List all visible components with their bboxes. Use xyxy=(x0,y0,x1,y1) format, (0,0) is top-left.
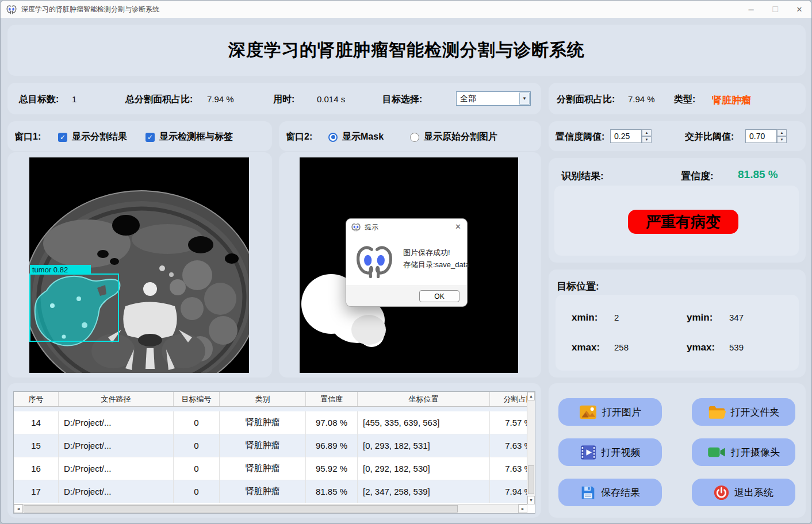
open-image-button[interactable]: 打开图片 xyxy=(558,398,662,426)
dialog-close-icon[interactable]: ✕ xyxy=(455,222,461,231)
table-cell: 81.85 % xyxy=(306,480,358,503)
checkbox-checked-icon xyxy=(145,133,155,142)
dialog-footer: OK xyxy=(346,286,467,306)
table-cell: [2, 347, 258, 539] xyxy=(358,480,490,503)
table-row[interactable]: 16D:/Project/...0肾脏肿瘤95.92 %[0, 292, 182… xyxy=(14,457,535,480)
open-camera-button[interactable]: 打开摄像头 xyxy=(692,438,795,466)
table-cell: 15 xyxy=(14,434,59,457)
result-confidence-label: 置信度: xyxy=(681,169,714,183)
total-targets-label: 总目标数: xyxy=(19,94,59,106)
titlebar: 深度学习的肾脏肿瘤智能检测分割与诊断系统 ─ ☐ ✕ xyxy=(1,1,811,18)
table-header-cell[interactable]: 目标编号 xyxy=(174,392,220,406)
table-cell: 肾脏肿瘤 xyxy=(220,480,306,503)
iou-threshold-spinbox[interactable]: 0.70 xyxy=(745,129,777,143)
spin-down-icon[interactable]: ▼ xyxy=(642,136,652,143)
total-targets-value: 1 xyxy=(72,94,76,104)
open-folder-button[interactable]: 打开文件夹 xyxy=(692,398,795,426)
table-header-cell[interactable]: 类别 xyxy=(220,392,306,406)
window2-controls-panel: 窗口2: 显示Mask 显示原始分割图片 xyxy=(279,121,541,151)
app-window: 深度学习的肾脏肿瘤智能检测分割与诊断系统 ─ ☐ ✕ 深度学习的肾脏肿瘤智能检测… xyxy=(0,0,812,524)
checkbox-checked-icon xyxy=(58,133,67,142)
severity-badge: 严重有病变 xyxy=(628,210,738,234)
target-position-label: 目标位置: xyxy=(557,280,599,293)
vertical-scroll-thumb[interactable] xyxy=(528,465,534,494)
ymax-label: ymax: xyxy=(687,342,715,353)
scroll-down-icon[interactable]: ▼ xyxy=(527,496,535,504)
video-icon xyxy=(580,445,596,460)
ymax-value: 539 xyxy=(729,342,744,352)
recognition-panel: 识别结果: 置信度: 81.85 % 严重有病变 xyxy=(549,158,806,263)
kidney-app-icon xyxy=(351,223,361,232)
scroll-up-icon[interactable]: ▲ xyxy=(527,392,535,400)
chevron-down-icon[interactable]: ▼ xyxy=(519,93,530,105)
table-header-cell[interactable]: 文件路径 xyxy=(59,392,174,406)
table-cell: D:/Project/... xyxy=(59,411,174,434)
exit-system-button[interactable]: 退出系统 xyxy=(692,479,795,506)
table-cell: D:/Project/... xyxy=(59,434,174,457)
scroll-left-icon[interactable]: ◄ xyxy=(14,504,23,513)
scroll-right-icon[interactable]: ► xyxy=(518,504,527,513)
show-original-radio[interactable]: 显示原始分割图片 xyxy=(410,131,497,143)
table-cell: 0 xyxy=(174,457,220,480)
show-mask-label: 显示Mask xyxy=(342,131,384,143)
type-label: 类型: xyxy=(674,94,695,106)
ct-image: tumor 0.82 xyxy=(29,157,249,373)
action-button-label: 退出系统 xyxy=(734,486,773,499)
spin-up-icon[interactable]: ▲ xyxy=(642,129,652,136)
result-label: 识别结果: xyxy=(561,169,604,183)
table-row[interactable]: 14D:/Project/...0肾脏肿瘤97.08 %[455, 335, 6… xyxy=(14,411,535,434)
action-button-label: 打开文件夹 xyxy=(731,406,780,419)
spin-down-icon[interactable]: ▼ xyxy=(777,136,787,143)
ok-button[interactable]: OK xyxy=(419,290,459,302)
table-cell: D:/Project/... xyxy=(59,457,174,480)
confidence-threshold-label: 置信度阈值: xyxy=(556,131,604,143)
table-header-cell[interactable]: 序号 xyxy=(14,392,59,406)
save-icon xyxy=(580,485,596,500)
results-table: 序号文件路径目标编号类别置信度坐标位置分割占比 14D:/Project/...… xyxy=(13,391,535,514)
table-header-row: 序号文件路径目标编号类别置信度坐标位置分割占比 xyxy=(14,392,535,407)
iou-threshold-label: 交并比阈值: xyxy=(685,131,734,143)
target-select-combobox[interactable]: 全部 ▼ xyxy=(456,91,531,106)
type-value: 肾脏肿瘤 xyxy=(712,94,751,107)
table-panel: 序号文件路径目标编号类别置信度坐标位置分割占比 14D:/Project/...… xyxy=(7,383,541,518)
table-header-cell[interactable]: 坐标位置 xyxy=(358,392,490,406)
table-header-cell[interactable]: 置信度 xyxy=(306,392,358,406)
action-buttons-panel: 打开图片打开文件夹打开视频打开摄像头保存结果退出系统 xyxy=(549,383,806,518)
minimize-icon[interactable]: ─ xyxy=(739,1,763,18)
horizontal-scrollbar[interactable]: ◄ ► xyxy=(14,504,527,513)
table-row[interactable]: 15D:/Project/...0肾脏肿瘤96.89 %[0, 293, 182… xyxy=(14,434,535,457)
iou-threshold-stepper[interactable]: ▲▼ xyxy=(777,129,787,143)
segment-stats-panel: 分割面积占比: 7.94 % 类型: 肾脏肿瘤 xyxy=(549,83,806,114)
table-cell: 肾脏肿瘤 xyxy=(220,434,306,457)
confidence-threshold-stepper[interactable]: ▲▼ xyxy=(642,129,652,143)
table-cell: 96.89 % xyxy=(306,434,358,457)
open-video-button[interactable]: 打开视频 xyxy=(558,438,662,466)
show-boxes-checkbox[interactable]: 显示检测框与标签 xyxy=(145,131,233,143)
table-partial-row xyxy=(14,407,535,411)
area-ratio-value: 7.94 % xyxy=(628,94,655,104)
save-results-button[interactable]: 保存结果 xyxy=(558,479,662,506)
window-title: 深度学习的肾脏肿瘤智能检测分割与诊断系统 xyxy=(21,5,159,14)
ymin-label: ymin: xyxy=(687,312,713,323)
show-mask-radio[interactable]: 显示Mask xyxy=(328,131,384,143)
radio-unselected-icon xyxy=(410,133,419,142)
spin-up-icon[interactable]: ▲ xyxy=(777,129,787,136)
maximize-icon[interactable]: ☐ xyxy=(763,1,787,18)
detection-bbox-label: tumor 0.82 xyxy=(32,265,68,274)
close-icon[interactable]: ✕ xyxy=(787,1,811,18)
target-select-value: 全部 xyxy=(457,94,519,104)
confidence-threshold-spinbox[interactable]: 0.25 xyxy=(610,129,642,143)
vertical-scrollbar[interactable]: ▲ ▼ xyxy=(527,392,535,504)
table-row[interactable]: 17D:/Project/...0肾脏肿瘤81.85 %[2, 347, 258… xyxy=(14,480,535,503)
table-cell: 16 xyxy=(14,457,59,480)
save-success-dialog: 提示 ✕ 图片保存成功! 存储目录:save_data OK xyxy=(346,218,468,307)
xmin-value: 2 xyxy=(614,313,619,322)
show-segmentation-checkbox[interactable]: 显示分割结果 xyxy=(58,131,127,143)
target-select-label: 目标选择: xyxy=(382,94,422,106)
dialog-title: 提示 xyxy=(365,222,378,232)
horizontal-scroll-thumb[interactable] xyxy=(24,505,458,513)
page-title: 深度学习的肾脏肿瘤智能检测分割与诊断系统 xyxy=(228,38,585,62)
action-button-label: 保存结果 xyxy=(601,486,640,499)
table-cell: 17 xyxy=(14,480,59,503)
table-cell: [0, 293, 182, 531] xyxy=(358,434,490,457)
